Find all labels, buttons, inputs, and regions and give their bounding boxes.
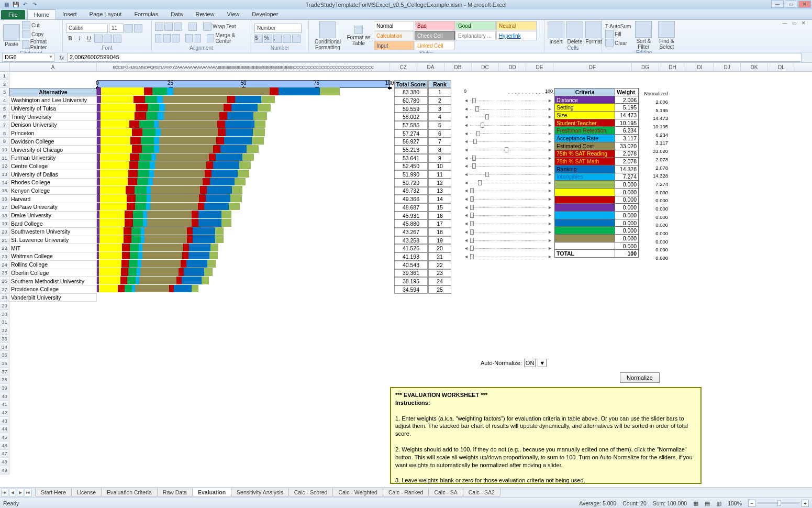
sheet-tab-sensitivity-analysis[interactable]: Sensitivity Analysis (231, 488, 289, 497)
score-cell[interactable]: 43.258 (394, 236, 428, 245)
row-header-43[interactable]: 43 (0, 417, 9, 425)
alternative-cell[interactable]: Oberlin College (9, 269, 97, 278)
cell-styles-gallery[interactable]: NormalBadGoodNeutralCalculationCheck Cel… (374, 21, 539, 50)
view-layout-icon[interactable]: ▤ (705, 500, 710, 506)
weight-header[interactable]: Weight (615, 89, 638, 96)
alternative-cell[interactable]: Trinity University (9, 113, 97, 121)
row-header-16[interactable]: 16 (0, 195, 9, 203)
criteria-weight-cell[interactable]: 2.078 (615, 150, 638, 158)
sort-filter-icon[interactable] (635, 21, 652, 38)
save-icon[interactable]: 💾 (12, 1, 20, 8)
row-header-18[interactable]: 18 (0, 212, 9, 220)
col-header-DD[interactable]: DD (499, 63, 526, 71)
score-cell[interactable]: 55.213 (394, 146, 428, 154)
row-header-9[interactable]: 9 (0, 138, 9, 146)
col-header-DE[interactable]: DE (526, 63, 553, 71)
rank-cell[interactable]: 1 (428, 88, 451, 96)
worksheet-grid[interactable]: 1234567891011121314151617181920212223242… (0, 72, 812, 487)
rank-cell[interactable]: 19 (428, 236, 451, 245)
col-header-DC[interactable]: DC (472, 63, 499, 71)
criteria-name-cell[interactable]: Intangibles (555, 173, 615, 181)
row-header-34[interactable]: 34 (0, 343, 9, 351)
row-header-21[interactable]: 21 (0, 236, 9, 245)
sheet-tab-calc---weighted[interactable]: Calc - Weighted (332, 488, 383, 497)
view-normal-icon[interactable]: ▦ (693, 500, 698, 506)
score-cell[interactable]: 38.195 (394, 277, 428, 285)
row-header-39[interactable]: 39 (0, 384, 9, 392)
row-header-3[interactable]: 3 (0, 88, 9, 96)
alternative-cell[interactable]: St. Lawrence University (9, 236, 97, 245)
alternative-cell[interactable]: Bard College (9, 219, 97, 228)
sheet-tab-calc---ranked[interactable]: Calc - Ranked (383, 488, 429, 497)
workbook-restore-icon[interactable]: ▭ (790, 20, 798, 26)
clear-icon[interactable] (605, 39, 614, 47)
alternative-cell[interactable]: Vanderbilt University (9, 294, 97, 302)
alternative-cell[interactable]: Rollins College (9, 261, 97, 269)
paste-button[interactable]: Paste (5, 41, 18, 47)
criteria-name-cell[interactable]: 75th % SAT Reading (555, 150, 615, 158)
zoom-slider[interactable] (758, 502, 799, 504)
name-box[interactable]: DG6 (2, 53, 54, 62)
paste-icon[interactable] (3, 24, 20, 41)
weight-slider[interactable]: ◄► (464, 244, 553, 252)
rank-cell[interactable]: 6 (428, 129, 451, 138)
wrap-text-button[interactable]: Wrap Text (213, 24, 236, 29)
criteria-weight-cell[interactable]: 5.195 (615, 104, 638, 111)
alternative-cell[interactable]: DePauw University (9, 203, 97, 212)
sheet-tab-start-here[interactable]: Start Here (35, 488, 72, 497)
alternative-cell[interactable]: Rhodes College (9, 179, 97, 187)
ribbon-tab-review[interactable]: Review (189, 9, 220, 19)
row-header-33[interactable]: 33 (0, 335, 9, 343)
criteria-name-cell[interactable] (555, 235, 615, 242)
row-header-41[interactable]: 41 (0, 401, 9, 409)
rank-cell[interactable]: 4 (428, 113, 451, 121)
style-explanatory----[interactable]: Explanatory ... (455, 31, 496, 40)
orientation-icon[interactable] (188, 23, 197, 31)
row-header-15[interactable]: 15 (0, 187, 9, 195)
style-hyperlink[interactable]: Hyperlink (496, 31, 537, 40)
criteria-weight-cell[interactable]: 14.473 (615, 112, 638, 119)
align-center-icon[interactable] (163, 34, 171, 42)
rank-cell[interactable]: 20 (428, 244, 451, 252)
weight-slider[interactable]: ◄► (464, 203, 553, 212)
criteria-weight-cell[interactable]: 0.000 (615, 235, 638, 242)
weight-slider[interactable]: ◄► (464, 121, 553, 129)
fill-color-icon[interactable] (104, 35, 112, 43)
row-header-49[interactable]: 49 (0, 466, 9, 474)
criteria-name-cell[interactable]: Setting (555, 104, 615, 111)
row-header-1[interactable]: 1 (0, 72, 9, 80)
row-header-35[interactable]: 35 (0, 351, 9, 359)
criteria-weight-cell[interactable]: 3.117 (615, 135, 638, 142)
copy-icon[interactable] (22, 30, 30, 38)
fill-button[interactable]: Fill (615, 31, 621, 37)
number-format-select[interactable]: Number (254, 24, 302, 33)
alternative-cell[interactable]: Providence College (9, 285, 97, 294)
close-button[interactable]: ✕ (798, 1, 811, 8)
rank-cell[interactable]: 18 (428, 228, 451, 236)
sheet-tab-evaluation[interactable]: Evaluation (192, 488, 231, 497)
ribbon-tab-page-layout[interactable]: Page Layout (83, 9, 128, 19)
italic-button[interactable]: I (75, 36, 84, 41)
weight-slider[interactable]: ◄► (464, 137, 553, 146)
cut-icon[interactable] (22, 21, 30, 29)
auto-normalize-dropdown-icon[interactable]: ▼ (538, 359, 547, 367)
alternative-cell[interactable]: Harvard (9, 195, 97, 203)
percent-icon[interactable]: % (264, 35, 272, 43)
sort-filter-button[interactable]: Sort & Filter (633, 38, 654, 50)
sheet-nav-prev-icon[interactable]: ◀ (9, 489, 16, 496)
delete-cells-button[interactable]: Delete (568, 39, 583, 45)
format-cells-button[interactable]: Format (585, 39, 602, 45)
col-header-A[interactable]: A (9, 63, 97, 71)
ribbon-tab-data[interactable]: Data (164, 9, 189, 19)
sheet-tab-evaluation-criteria[interactable]: Evaluation Criteria (101, 488, 158, 497)
alternative-cell[interactable]: Washington and Lee University (9, 96, 97, 105)
merge-icon[interactable] (207, 34, 214, 42)
weight-slider[interactable]: ◄► (464, 162, 553, 171)
alternative-cell[interactable]: MIT (9, 244, 97, 252)
criteria-weight-cell[interactable]: 2.006 (615, 96, 638, 104)
sheet-tab-calc---sa-[interactable]: Calc - SA2 (463, 488, 500, 497)
rank-cell[interactable]: 21 (428, 252, 451, 261)
zoom-out-button[interactable]: − (748, 500, 755, 507)
criteria-name-cell[interactable]: 75th % SAT Math (555, 158, 615, 165)
score-cell[interactable]: 52.450 (394, 162, 428, 171)
